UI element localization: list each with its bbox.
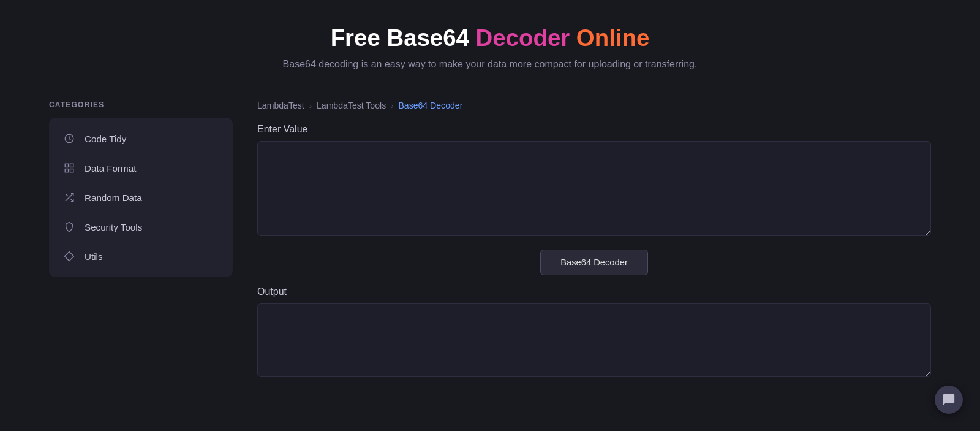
sidebar-item-label: Security Tools (85, 222, 142, 232)
svg-rect-1 (65, 164, 68, 167)
chat-icon (942, 393, 956, 406)
breadcrumb-sep-2: › (391, 101, 393, 110)
chat-widget[interactable] (935, 386, 963, 414)
sidebar-item-random-data[interactable]: Random Data (49, 183, 233, 212)
breadcrumb: LambdaTest › LambdaTest Tools › Base64 D… (257, 101, 931, 110)
main-layout: CATEGORIES Code Tidy (0, 82, 980, 398)
title-prefix: Free Base64 (331, 25, 476, 51)
sidebar-item-label: Data Format (85, 163, 136, 174)
svg-marker-8 (65, 252, 74, 261)
title-orange: Online (570, 25, 649, 51)
sidebar-item-security-tools[interactable]: Security Tools (49, 212, 233, 242)
sidebar-item-utils[interactable]: Utils (49, 242, 233, 271)
breadcrumb-tools[interactable]: LambdaTest Tools (317, 101, 386, 110)
svg-rect-4 (70, 169, 74, 172)
sidebar-item-data-format[interactable]: Data Format (49, 153, 233, 183)
sidebar-item-label: Random Data (85, 193, 142, 203)
output-section-title: Output (257, 286, 931, 297)
sidebar-item-label: Utils (85, 251, 103, 262)
diamond-icon (62, 250, 76, 263)
svg-line-7 (66, 194, 68, 196)
page-wrapper: Free Base64 Decoder Online Base64 decodi… (0, 0, 980, 431)
shuffle-icon (62, 191, 76, 204)
content-area: LambdaTest › LambdaTest Tools › Base64 D… (257, 101, 931, 380)
output-section: Output (257, 286, 931, 380)
shield-icon (62, 220, 76, 234)
breadcrumb-current: Base64 Decoder (398, 101, 462, 110)
decode-button[interactable]: Base64 Decoder (540, 250, 648, 275)
breadcrumb-lambdatest[interactable]: LambdaTest (257, 101, 304, 110)
sidebar-item-label: Code Tidy (85, 134, 126, 144)
categories-label: CATEGORIES (49, 101, 233, 109)
title-pink: Decoder (476, 25, 570, 51)
input-textarea[interactable] (257, 141, 931, 236)
sidebar: CATEGORIES Code Tidy (49, 101, 233, 277)
input-section: Enter Value (257, 124, 931, 238)
grid-icon (62, 161, 76, 175)
svg-rect-2 (70, 164, 74, 167)
svg-rect-3 (65, 169, 68, 172)
input-section-title: Enter Value (257, 124, 931, 135)
header: Free Base64 Decoder Online Base64 decodi… (0, 0, 980, 82)
sidebar-card: Code Tidy Data Format (49, 118, 233, 277)
breadcrumb-sep-1: › (309, 101, 312, 110)
output-textarea[interactable] (257, 303, 931, 377)
clock-icon (62, 132, 76, 145)
page-title: Free Base64 Decoder Online (12, 25, 968, 51)
button-row: Base64 Decoder (257, 250, 931, 275)
page-subtitle: Base64 decoding is an easy way to make y… (12, 59, 968, 70)
sidebar-item-code-tidy[interactable]: Code Tidy (49, 124, 233, 153)
